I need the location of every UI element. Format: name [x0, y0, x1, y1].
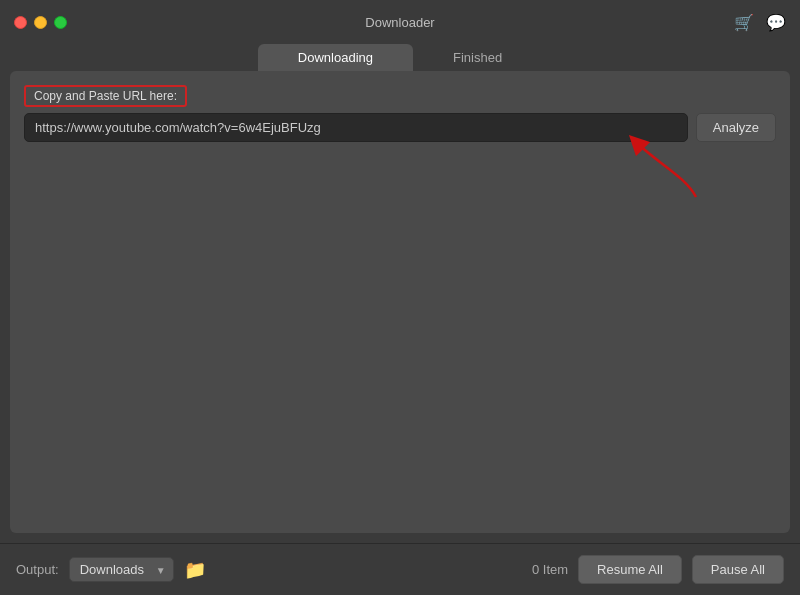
folder-icon[interactable]: 📁 — [184, 559, 206, 581]
output-label: Output: — [16, 562, 59, 577]
url-input[interactable] — [24, 113, 688, 142]
items-count: 0 Item — [532, 562, 568, 577]
cart-icon[interactable]: 🛒 — [734, 13, 754, 32]
content-spacer — [24, 222, 776, 519]
tabs-container: Downloading Finished — [0, 40, 800, 71]
output-dropdown-wrapper: Downloads ▼ — [69, 557, 174, 582]
arrow-icon — [626, 132, 706, 202]
traffic-lights — [14, 16, 67, 29]
analyze-button[interactable]: Analyze — [696, 113, 776, 142]
url-label: Copy and Paste URL here: — [24, 85, 187, 107]
titlebar-icons: 🛒 💬 — [734, 13, 786, 32]
main-content: Copy and Paste URL here: Analyze — [10, 71, 790, 533]
window-title: Downloader — [365, 15, 434, 30]
tab-downloading[interactable]: Downloading — [258, 44, 413, 71]
tab-finished[interactable]: Finished — [413, 44, 542, 71]
bottom-bar: Output: Downloads ▼ 📁 0 Item Resume All … — [0, 543, 800, 595]
chat-icon[interactable]: 💬 — [766, 13, 786, 32]
resume-all-button[interactable]: Resume All — [578, 555, 682, 584]
title-bar: Downloader 🛒 💬 — [0, 0, 800, 40]
close-button[interactable] — [14, 16, 27, 29]
output-dropdown[interactable]: Downloads — [69, 557, 174, 582]
maximize-button[interactable] — [54, 16, 67, 29]
arrow-annotation — [24, 152, 776, 212]
minimize-button[interactable] — [34, 16, 47, 29]
pause-all-button[interactable]: Pause All — [692, 555, 784, 584]
